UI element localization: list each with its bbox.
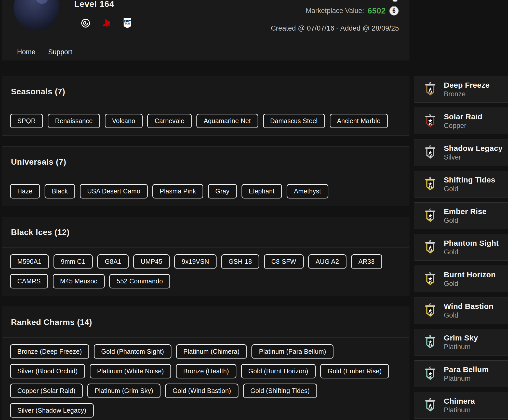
season-rank: Gold [444, 185, 495, 193]
season-rank-text: Wind Bastion Gold [444, 302, 493, 319]
section-header: Black Ices (12) [2, 217, 409, 248]
chip-row: M590A19mm C1G8A1UMP459x19VSNGSH-18C8-SFW… [10, 254, 402, 269]
cosmetic-chip[interactable]: Carnevale [147, 114, 192, 128]
season-rank-text: Phantom Sight Gold [444, 239, 499, 256]
cosmetic-chip[interactable]: Gold (Phantom Sight) [94, 344, 171, 359]
season-rank-text: Shifting Tides Gold [444, 176, 495, 193]
cosmetic-chip[interactable]: Gold (Ember Rise) [320, 364, 389, 378]
cosmetic-chip[interactable]: GSH-18 [221, 254, 259, 269]
season-rank-card[interactable]: Deep Freeze Bronze [414, 76, 508, 103]
season-rank: Silver [444, 153, 503, 161]
section-header: Ranked Charms (14) [2, 307, 409, 338]
account-dates: Created @ 07/07/16 - Added @ 28/09/25 [271, 24, 399, 32]
cosmetic-chip[interactable]: 9x19VSN [174, 254, 217, 269]
cosmetic-chip[interactable]: Copper (Solar Raid) [10, 384, 83, 398]
cosmetic-chip[interactable]: Bronze (Deep Freeze) [10, 344, 89, 359]
cosmetic-chip[interactable]: C8-SFW [264, 254, 304, 269]
cosmetic-chip[interactable]: Haze [10, 184, 40, 199]
rank-badge-icon [424, 240, 437, 255]
cosmetic-chip[interactable]: Black [45, 184, 75, 199]
season-rank-text: Burnt Horizon Gold [444, 270, 496, 288]
season-rank-card[interactable]: Chimera Platinum [414, 392, 508, 419]
season-rank-card[interactable]: Phantom Sight Gold [414, 234, 508, 261]
season-rank-text: Ember Rise Gold [444, 207, 487, 225]
chip-area: Bronze (Deep Freeze)Gold (Phantom Sight)… [2, 338, 409, 420]
cosmetic-chip[interactable]: AUG A2 [308, 254, 346, 269]
cosmetic-chip[interactable]: Bronze (Health) [176, 364, 236, 378]
cosmetic-chip[interactable]: G8A1 [97, 254, 129, 269]
season-rank-card[interactable]: Shadow Legacy Silver [414, 139, 508, 166]
cosmetic-chip[interactable]: Platinum (Chimera) [176, 344, 247, 359]
cosmetic-chip[interactable]: Renaissance [48, 114, 100, 128]
section-title: Black Ices (12) [11, 228, 70, 237]
season-rank-card[interactable]: Burnt Horizon Gold [414, 266, 508, 292]
season-rank-card[interactable]: Ember Rise Gold [414, 202, 508, 229]
cosmetic-chip[interactable]: Elephant [242, 184, 282, 199]
cosmetic-chip[interactable]: SPQR [10, 114, 43, 128]
season-name: Phantom Sight [444, 239, 499, 247]
season-name: Grim Sky [444, 334, 478, 342]
chip-row: HazeBlackUSA Desert CamoPlasma PinkGrayE… [10, 184, 402, 199]
cosmetic-chip[interactable]: USA Desert Camo [80, 184, 148, 199]
section-seasonals: Seasonals (7) SPQRRenaissanceVolcanoCarn… [2, 76, 409, 136]
season-name: Wind Bastion [444, 302, 493, 311]
cosmetic-chip[interactable]: M45 Meusoc [53, 274, 105, 288]
section-title: Ranked Charms (14) [11, 318, 92, 327]
cosmetic-chip[interactable]: Platinum (Grim Sky) [87, 384, 161, 398]
cosmetic-chip[interactable]: Silver (Blood Orchid) [10, 364, 85, 378]
rank-badge-icon [424, 366, 437, 382]
nav-support[interactable]: Support [48, 48, 72, 56]
cosmetic-chip[interactable]: Gold (Wind Bastion) [165, 384, 238, 398]
cosmetic-chip[interactable]: AR33 [351, 254, 382, 269]
cosmetic-chip[interactable]: Plasma Pink [152, 184, 203, 199]
section-black-ices: Black Ices (12) M590A19mm C1G8A1UMP459x1… [2, 217, 409, 296]
rank-badge-icon [424, 398, 437, 413]
playstation-icon [101, 18, 112, 29]
cosmetic-chip[interactable]: Ancient Marble [330, 114, 388, 128]
cosmetic-chip[interactable]: Platinum (White Noise) [90, 364, 171, 378]
cosmetic-chip[interactable]: Amethyst [287, 184, 329, 199]
cosmetic-chip[interactable]: Gold (Shifting Tides) [243, 384, 317, 398]
cosmetic-chip[interactable]: CAMRS [10, 274, 48, 288]
cosmetic-chip[interactable]: Platinum (Para Bellum) [251, 344, 333, 359]
season-rank-card[interactable]: Wind Bastion Gold [414, 297, 508, 324]
cosmetic-chip[interactable]: Damascus Steel [263, 114, 325, 128]
season-rank-text: Deep Freeze Bronze [444, 81, 490, 98]
season-rank-text: Grim Sky Platinum [444, 334, 478, 351]
season-rank-card[interactable]: Shifting Tides Gold [414, 171, 508, 198]
season-rank-text: Para Bellum Platinum [444, 365, 489, 383]
season-rank-text: Solar Raid Copper [444, 112, 482, 130]
season-name: Solar Raid [444, 112, 482, 121]
season-rank: Gold [444, 248, 499, 256]
rank-badge-icon [424, 82, 437, 97]
rank-badge-icon [424, 177, 437, 192]
season-rank-card[interactable]: Grim Sky Platinum [414, 329, 508, 356]
cosmetic-chip[interactable]: 9mm C1 [54, 254, 93, 269]
season-name: Ember Rise [444, 207, 487, 216]
cosmetic-chip[interactable]: Silver (Shadow Legacy) [10, 403, 94, 418]
cosmetic-chip[interactable]: Aquamarine Net [196, 114, 258, 128]
season-name: Burnt Horizon [444, 270, 496, 279]
cosmetic-chip[interactable]: UMP45 [133, 254, 170, 269]
season-name: Para Bellum [444, 365, 489, 374]
season-rank: Gold [444, 311, 493, 319]
rank-badge-icon [424, 303, 437, 318]
account-level: Level 164 [74, 0, 114, 9]
cosmetic-chip[interactable]: 552 Commando [109, 274, 170, 288]
cosmetic-chip[interactable]: Gray [208, 184, 237, 199]
rank-badge-icon [424, 145, 437, 160]
season-rank-card[interactable]: Para Bellum Platinum [414, 360, 508, 387]
cosmetic-chip[interactable]: M590A1 [10, 254, 49, 269]
season-name: Shifting Tides [444, 176, 495, 184]
section-universals: Universals (7) HazeBlackUSA Desert CamoP… [2, 146, 409, 206]
rank-badge-icon [424, 113, 437, 129]
season-rank-card[interactable]: Solar Raid Copper [414, 108, 508, 134]
cosmetic-chip[interactable]: Volcano [105, 114, 143, 128]
chip-row: CAMRSM45 Meusoc552 Commando [10, 274, 402, 288]
season-rank-text: Chimera Platinum [444, 397, 475, 414]
nav-home[interactable]: Home [17, 48, 35, 56]
platform-icons: EPIC GAMES [81, 18, 132, 29]
season-name: Shadow Legacy [444, 144, 503, 153]
cosmetic-chip[interactable]: Gold (Burnt Horizon) [241, 364, 316, 378]
season-rank: Platinum [444, 343, 478, 351]
